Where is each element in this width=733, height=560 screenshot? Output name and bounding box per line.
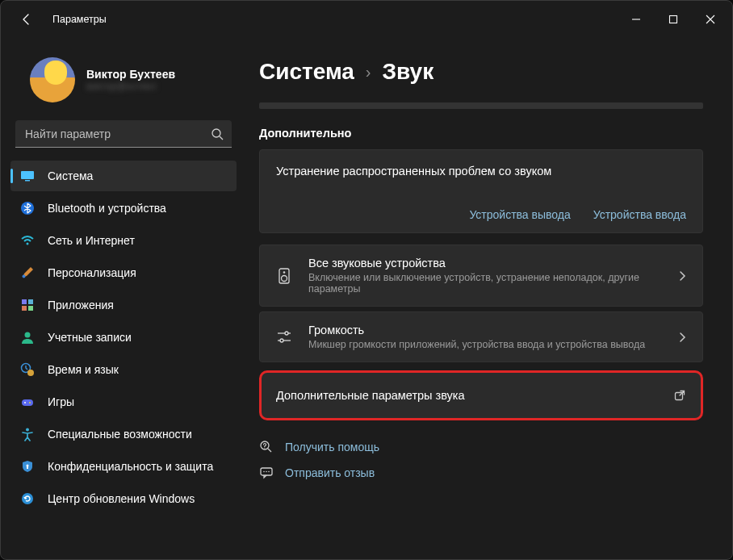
- sidebar-item-label: Bluetooth и устройства: [48, 202, 166, 215]
- output-devices-link[interactable]: Устройства вывода: [469, 208, 570, 221]
- row-title: Дополнительные параметры звука: [276, 389, 659, 402]
- give-feedback-label: Отправить отзыв: [285, 466, 375, 479]
- svg-rect-11: [22, 306, 27, 311]
- svg-rect-21: [27, 466, 28, 469]
- volume-mixer-row[interactable]: Громкость Микшер громкости приложений, у…: [259, 311, 703, 362]
- svg-point-7: [27, 243, 29, 245]
- sidebar-item-label: Конфиденциальность и защита: [48, 460, 213, 473]
- svg-point-8: [23, 275, 26, 278]
- footer-links: Получить помощь Отправить отзыв: [259, 440, 703, 480]
- arrow-left-icon: [20, 13, 33, 26]
- avatar: [30, 57, 75, 102]
- svg-rect-5: [25, 180, 30, 182]
- speaker-icon: [274, 266, 294, 286]
- svg-point-36: [266, 471, 267, 473]
- get-help-label: Получить помощь: [285, 441, 379, 453]
- more-sound-settings-row[interactable]: Дополнительные параметры звука: [259, 370, 703, 420]
- svg-line-33: [268, 449, 271, 452]
- sidebar-item-label: Специальные возможности: [48, 428, 192, 441]
- sidebar-item-gaming[interactable]: Игры: [10, 387, 237, 417]
- content-area: Система › Звук Дополнительно Устранение …: [246, 38, 732, 559]
- nav-list: Система Bluetooth и устройства Сеть и Ин…: [10, 161, 237, 514]
- give-feedback-link[interactable]: Отправить отзыв: [259, 466, 703, 480]
- svg-point-17: [24, 402, 26, 403]
- profile-name: Виктор Бухтеев: [86, 68, 175, 81]
- sidebar-item-time-lang[interactable]: Время и язык: [10, 354, 237, 385]
- minimize-icon: [631, 15, 641, 24]
- svg-point-24: [282, 275, 287, 281]
- sidebar-item-label: Учетные записи: [48, 331, 132, 344]
- accessibility-icon: [20, 427, 35, 441]
- sidebar-item-network[interactable]: Сеть и Интернет: [10, 225, 237, 256]
- get-help-link[interactable]: Получить помощь: [259, 440, 703, 454]
- sidebar-item-accessibility[interactable]: Специальные возможности: [10, 419, 237, 449]
- gamepad-icon: [20, 395, 35, 409]
- svg-rect-16: [22, 399, 33, 406]
- svg-rect-12: [28, 306, 33, 311]
- back-button[interactable]: [12, 5, 41, 34]
- svg-point-32: [264, 447, 265, 448]
- skeleton-bar: [259, 102, 703, 109]
- open-external-icon: [673, 389, 686, 402]
- chevron-right-icon: [676, 270, 688, 282]
- sidebar-item-accounts[interactable]: Учетные записи: [10, 322, 237, 353]
- troubleshoot-card: Устранение распространенных проблем со з…: [259, 149, 703, 233]
- brush-icon: [20, 265, 35, 280]
- sidebar-item-label: Сеть и Интернет: [48, 234, 135, 247]
- svg-rect-4: [21, 171, 34, 179]
- chevron-right-icon: [676, 332, 688, 343]
- svg-point-15: [27, 370, 34, 376]
- clock-lang-icon: [20, 362, 35, 377]
- bluetooth-icon: [20, 201, 35, 215]
- sidebar-item-label: Система: [48, 169, 93, 182]
- minimize-button[interactable]: [618, 1, 655, 38]
- section-label: Дополнительно: [259, 127, 703, 140]
- help-icon: [259, 440, 274, 454]
- svg-point-22: [22, 493, 33, 504]
- breadcrumb: Система › Звук: [259, 59, 708, 85]
- sidebar-item-personalization[interactable]: Персонализация: [10, 257, 237, 288]
- row-title: Все звуковые устройства: [308, 257, 662, 270]
- close-icon: [706, 15, 715, 24]
- svg-point-13: [25, 332, 31, 338]
- sidebar-item-label: Приложения: [48, 299, 114, 311]
- chevron-right-icon: ›: [366, 63, 371, 81]
- svg-rect-9: [22, 299, 27, 304]
- sidebar-item-update[interactable]: Центр обновления Windows: [10, 483, 237, 514]
- row-subtitle: Микшер громкости приложений, устройства …: [308, 339, 662, 350]
- svg-point-29: [280, 339, 283, 342]
- page-title: Звук: [383, 59, 434, 85]
- sidebar-item-label: Центр обновления Windows: [48, 492, 195, 505]
- search-icon: [211, 127, 224, 140]
- search-box: [15, 120, 232, 148]
- sidebar-item-bluetooth[interactable]: Bluetooth и устройства: [10, 193, 237, 224]
- breadcrumb-root[interactable]: Система: [259, 59, 354, 85]
- row-subtitle: Включение или выключение устройств, устр…: [308, 272, 662, 295]
- svg-point-37: [268, 471, 270, 473]
- shield-icon: [20, 459, 35, 474]
- wifi-icon: [20, 233, 35, 248]
- sidebar-item-label: Игры: [48, 395, 74, 408]
- person-icon: [20, 330, 35, 345]
- sidebar-item-apps[interactable]: Приложения: [10, 290, 237, 320]
- window-controls: [618, 1, 729, 38]
- svg-point-35: [263, 471, 265, 473]
- sidebar-item-privacy[interactable]: Конфиденциальность и защита: [10, 451, 237, 482]
- search-input[interactable]: [15, 120, 232, 148]
- sliders-icon: [274, 328, 294, 347]
- titlebar: Параметры: [1, 1, 732, 38]
- sidebar-item-label: Время и язык: [48, 363, 119, 376]
- svg-rect-1: [670, 16, 677, 23]
- svg-point-19: [26, 428, 29, 432]
- close-button[interactable]: [692, 1, 729, 38]
- input-devices-link[interactable]: Устройства ввода: [593, 208, 686, 221]
- all-sound-devices-row[interactable]: Все звуковые устройства Включение или вы…: [259, 244, 703, 307]
- maximize-button[interactable]: [655, 1, 692, 38]
- profile-block[interactable]: Виктор Бухтеев виктор@остекл: [10, 44, 237, 117]
- feedback-icon: [259, 466, 274, 480]
- svg-point-2: [212, 129, 220, 137]
- apps-icon: [20, 298, 35, 312]
- sidebar-item-system[interactable]: Система: [10, 161, 237, 191]
- sidebar-item-label: Персонализация: [48, 266, 136, 279]
- troubleshoot-title: Устранение распространенных проблем со з…: [276, 165, 686, 178]
